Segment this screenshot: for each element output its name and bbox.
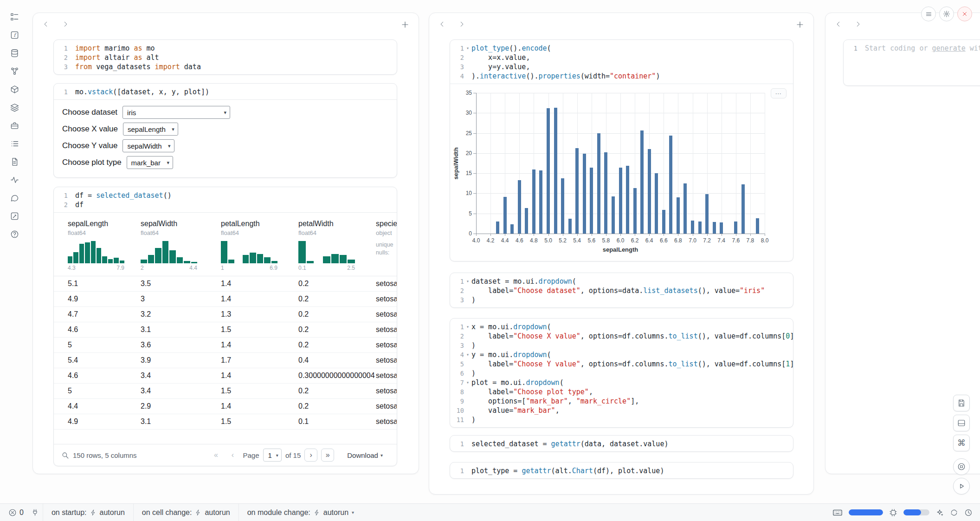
dropdown[interactable]: mark_bar: [127, 156, 173, 169]
code-line[interactable]: 2 label="Choose dataset", options=data.l…: [450, 286, 793, 295]
fold-chevron-icon[interactable]: ▾: [464, 44, 471, 53]
outline-icon[interactable]: [9, 138, 20, 149]
column-header[interactable]: sepalWidthfloat6424.4: [141, 220, 221, 271]
code-editor[interactable]: 1selected_dataset = getattr(data, datase…: [450, 436, 793, 451]
chevron-right-icon[interactable]: [851, 18, 864, 31]
table-row[interactable]: 4.73.21.30.2setosa: [54, 307, 397, 322]
help-icon[interactable]: [9, 228, 20, 240]
settings-gear-button[interactable]: [939, 7, 954, 21]
code-line[interactable]: 3): [450, 341, 793, 350]
chevron-right-icon[interactable]: [455, 18, 468, 31]
table-row[interactable]: 53.61.40.2setosa: [54, 338, 397, 353]
first-page-button[interactable]: «: [209, 449, 222, 462]
fold-chevron-icon[interactable]: ▾: [464, 350, 471, 359]
column-header[interactable]: speciesobjectuniquenulls:: [376, 220, 397, 271]
code-line[interactable]: 1plot_type = getattr(alt.Chart(df), plot…: [450, 466, 793, 475]
code-line[interactable]: 2 label="Choose X value", options=df.col…: [450, 332, 793, 341]
table-row[interactable]: 4.93.11.50.1setosa: [54, 414, 397, 430]
runtime-startup-setting[interactable]: on startup: autorun: [43, 504, 133, 521]
code-line[interactable]: 1df = selected_dataset(): [54, 191, 397, 200]
code-line[interactable]: 6): [450, 369, 793, 378]
code-editor[interactable]: 1mo.vstack([dataset, x, y, plot]): [54, 84, 397, 99]
table-row[interactable]: 5.43.91.70.4setosa: [54, 353, 397, 368]
code-line[interactable]: 4▾y = mo.ui.dropdown(: [450, 350, 793, 359]
fold-chevron-icon[interactable]: ▾: [464, 277, 471, 286]
shutdown-close-button[interactable]: [957, 7, 972, 21]
table-row[interactable]: 4.42.91.40.2setosa: [54, 399, 397, 414]
prev-page-button[interactable]: ‹: [226, 449, 239, 462]
layers-icon[interactable]: [9, 102, 20, 113]
documentation-icon[interactable]: [9, 156, 20, 167]
refresh-icon[interactable]: [950, 508, 958, 517]
keyboard-icon[interactable]: [832, 508, 843, 518]
code-line[interactable]: 2 x=x.value,: [450, 53, 793, 62]
code-line[interactable]: 9 options=["mark_bar", "mark_circle"],: [450, 397, 793, 406]
code-line[interactable]: 11): [450, 415, 793, 424]
chevron-left-icon[interactable]: [39, 18, 52, 31]
sparkles-icon[interactable]: [935, 508, 944, 517]
chevron-left-icon[interactable]: [832, 18, 845, 31]
chart-options-button[interactable]: ⋯: [771, 88, 787, 98]
search-icon[interactable]: [61, 451, 69, 459]
code-editor[interactable]: 1▾x = mo.ui.dropdown(2 label="Choose X v…: [450, 319, 793, 427]
command-palette-button[interactable]: ⌘: [953, 435, 970, 451]
packages-icon[interactable]: [9, 84, 20, 95]
code-line[interactable]: 3): [450, 295, 793, 305]
code-line[interactable]: 1▾x = mo.ui.dropdown(: [450, 322, 793, 332]
column-header[interactable]: sepalLengthfloat644.37.9: [68, 220, 141, 271]
runtime-module-change-setting[interactable]: on module change: autorun ▾: [239, 504, 362, 521]
tracing-icon[interactable]: [9, 174, 20, 185]
fold-chevron-icon[interactable]: ▾: [464, 378, 471, 387]
code-editor[interactable]: 1▾dataset = mo.ui.dropdown(2 label="Choo…: [450, 273, 793, 307]
chevron-left-icon[interactable]: [436, 18, 449, 31]
last-page-button[interactable]: »: [321, 449, 334, 462]
code-editor[interactable]: 1plot_type = getattr(alt.Chart(df), plot…: [450, 462, 793, 478]
code-line[interactable]: 8 label="Choose plot type",: [450, 387, 793, 397]
code-line[interactable]: 1selected_dataset = getattr(data, datase…: [450, 439, 793, 449]
table-row[interactable]: 5.13.51.40.2setosa: [54, 276, 397, 292]
code-line[interactable]: 2import altair as alt: [54, 53, 397, 62]
code-line[interactable]: 2df: [54, 200, 397, 209]
runtime-cell-change-setting[interactable]: on cell change: autorun: [133, 504, 239, 521]
dropdown[interactable]: sepalWidth: [122, 139, 174, 152]
generate-with-ai-link[interactable]: generate: [932, 44, 966, 52]
next-page-button[interactable]: ›: [304, 449, 317, 462]
add-cell-button[interactable]: [794, 19, 806, 31]
code-line[interactable]: 10 value="mark_bar",: [450, 406, 793, 415]
code-line[interactable]: 1▾dataset = mo.ui.dropdown(: [450, 277, 793, 286]
dependency-graph-icon[interactable]: [9, 65, 20, 77]
data-sources-icon[interactable]: [9, 47, 20, 59]
column-header[interactable]: petalWidthfloat640.12.5: [298, 220, 376, 271]
download-button[interactable]: Download▾: [347, 451, 383, 459]
table-row[interactable]: 53.41.50.2setosa: [54, 384, 397, 399]
snippets-icon[interactable]: [9, 120, 20, 131]
code-line[interactable]: 3from vega_datasets import data: [54, 62, 397, 72]
code-line[interactable]: 1▾plot_type().encode(: [450, 44, 793, 53]
code-line[interactable]: 3 y=y.value,: [450, 62, 793, 72]
clock-icon[interactable]: [964, 508, 973, 517]
file-explorer-icon[interactable]: [9, 11, 20, 22]
chevron-right-icon[interactable]: [59, 18, 72, 31]
code-line[interactable]: 4).interactive().properties(width="conta…: [450, 72, 793, 81]
run-all-button[interactable]: [953, 478, 970, 495]
code-line[interactable]: 5 label="Choose Y value", options=df.col…: [450, 359, 793, 369]
chat-icon[interactable]: [9, 192, 20, 203]
run-stale-cells-button[interactable]: [953, 458, 970, 475]
code-line[interactable]: 1mo.vstack([dataset, x, y, plot]): [54, 87, 397, 97]
table-row[interactable]: 4.63.11.50.2setosa: [54, 322, 397, 338]
functions-icon[interactable]: f: [9, 29, 20, 40]
column-header[interactable]: petalLengthfloat6416.9: [221, 220, 298, 271]
table-row[interactable]: 4.931.40.2setosa: [54, 292, 397, 307]
dropdown[interactable]: iris: [122, 106, 230, 119]
code-editor[interactable]: 1import marimo as mo2import altair as al…: [54, 40, 397, 74]
notebook-menu-button[interactable]: [921, 7, 936, 21]
dropdown[interactable]: sepalLength: [123, 123, 178, 136]
page-select[interactable]: 1: [263, 449, 282, 462]
code-editor[interactable]: 1▾plot_type().encode(2 x=x.value,3 y=y.v…: [450, 40, 793, 84]
connection-button[interactable]: [27, 508, 43, 516]
code-line[interactable]: 7▾plot = mo.ui.dropdown(: [450, 378, 793, 387]
fold-chevron-icon[interactable]: ▾: [464, 322, 471, 332]
errors-indicator[interactable]: 0: [5, 508, 27, 517]
layout-toggle-button[interactable]: [953, 415, 970, 431]
save-button[interactable]: [953, 395, 970, 411]
